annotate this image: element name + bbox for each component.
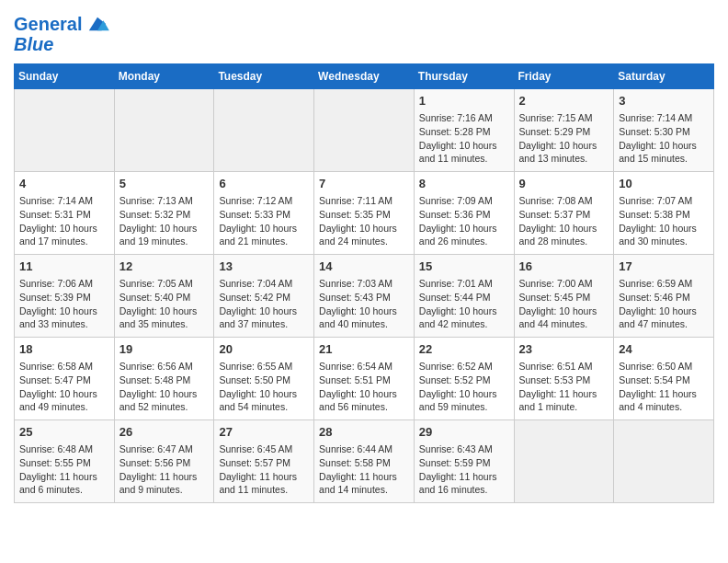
day-info: Sunrise: 7:16 AM	[419, 111, 509, 125]
day-info: Daylight: 10 hours	[19, 222, 109, 236]
day-info: Daylight: 10 hours	[219, 304, 309, 318]
day-info: and 26 minutes.	[419, 235, 509, 248]
day-info: Daylight: 10 hours	[119, 304, 210, 318]
weekday-header-sunday: Sunday	[15, 64, 115, 89]
day-info: Sunrise: 6:51 AM	[519, 360, 609, 373]
day-number: 17	[619, 259, 709, 275]
day-info: Daylight: 11 hours	[119, 470, 210, 484]
day-info: and 19 minutes.	[119, 235, 210, 248]
day-number: 23	[519, 341, 609, 358]
day-info: and 21 minutes.	[219, 235, 309, 248]
calendar-cell: 12Sunrise: 7:05 AMSunset: 5:40 PMDayligh…	[114, 255, 214, 338]
day-number: 26	[119, 424, 210, 441]
calendar-cell: 28Sunrise: 6:44 AMSunset: 5:58 PMDayligh…	[314, 420, 415, 503]
day-info: Sunrise: 6:43 AM	[419, 442, 509, 456]
calendar-cell: 19Sunrise: 6:56 AMSunset: 5:48 PMDayligh…	[114, 338, 214, 420]
day-info: Daylight: 10 hours	[319, 222, 409, 236]
day-info: Sunset: 5:31 PM	[19, 208, 109, 222]
logo: General Blue	[14, 14, 110, 54]
day-info: Sunset: 5:30 PM	[619, 125, 709, 139]
calendar-week-5: 25Sunrise: 6:48 AMSunset: 5:55 PMDayligh…	[15, 420, 714, 503]
day-info: Daylight: 10 hours	[219, 387, 309, 401]
day-number: 6	[219, 176, 309, 192]
calendar-cell: 7Sunrise: 7:11 AMSunset: 5:35 PMDaylight…	[314, 172, 415, 255]
day-number: 21	[319, 341, 409, 358]
day-info: and 6 minutes.	[19, 483, 109, 497]
calendar-cell: 23Sunrise: 6:51 AMSunset: 5:53 PMDayligh…	[514, 338, 614, 420]
logo-text: General	[14, 14, 82, 34]
day-info: Daylight: 10 hours	[619, 304, 709, 318]
calendar-cell: 11Sunrise: 7:06 AMSunset: 5:39 PMDayligh…	[15, 255, 115, 338]
calendar-cell: 8Sunrise: 7:09 AMSunset: 5:36 PMDaylight…	[414, 172, 514, 255]
day-number: 18	[19, 341, 109, 358]
calendar-cell: 24Sunrise: 6:50 AMSunset: 5:54 PMDayligh…	[614, 338, 714, 420]
day-info: Sunrise: 7:14 AM	[619, 111, 709, 125]
day-info: Sunrise: 6:45 AM	[219, 442, 309, 456]
day-info: Daylight: 10 hours	[319, 304, 409, 318]
day-info: Sunset: 5:47 PM	[19, 373, 109, 387]
day-info: Sunset: 5:57 PM	[219, 456, 309, 470]
calendar-cell: 22Sunrise: 6:52 AMSunset: 5:52 PMDayligh…	[414, 338, 514, 420]
calendar-week-1: 1Sunrise: 7:16 AMSunset: 5:28 PMDaylight…	[15, 89, 714, 172]
day-info: Daylight: 11 hours	[19, 470, 109, 484]
day-number: 14	[319, 259, 409, 275]
calendar-cell: 17Sunrise: 6:59 AMSunset: 5:46 PMDayligh…	[614, 255, 714, 338]
day-info: and 24 minutes.	[319, 235, 409, 248]
calendar-cell	[314, 89, 415, 172]
day-info: Sunrise: 7:04 AM	[219, 277, 309, 291]
day-info: Sunset: 5:43 PM	[319, 291, 409, 304]
day-info: and 9 minutes.	[119, 483, 210, 497]
calendar-header-row: SundayMondayTuesdayWednesdayThursdayFrid…	[15, 64, 714, 89]
day-number: 3	[619, 93, 709, 109]
day-info: and 11 minutes.	[219, 483, 309, 497]
day-info: Sunset: 5:28 PM	[419, 125, 509, 139]
day-info: and 54 minutes.	[219, 400, 309, 414]
day-info: Daylight: 10 hours	[519, 304, 609, 318]
day-info: Sunset: 5:32 PM	[119, 208, 210, 222]
logo-blue-text: Blue	[14, 34, 110, 54]
day-info: Sunrise: 7:09 AM	[419, 194, 509, 208]
day-number: 12	[119, 259, 210, 275]
day-info: Daylight: 10 hours	[19, 304, 109, 318]
day-number: 22	[419, 341, 509, 358]
day-info: Sunset: 5:53 PM	[519, 373, 609, 387]
day-info: Sunrise: 6:52 AM	[419, 360, 509, 373]
day-info: and 47 minutes.	[619, 317, 709, 331]
day-number: 9	[519, 176, 609, 192]
day-info: Sunset: 5:37 PM	[519, 208, 609, 222]
day-info: Sunset: 5:50 PM	[219, 373, 309, 387]
day-info: and 15 minutes.	[619, 152, 709, 166]
day-info: Daylight: 10 hours	[419, 304, 509, 318]
day-info: Sunset: 5:36 PM	[419, 208, 509, 222]
day-info: Daylight: 10 hours	[19, 387, 109, 401]
day-number: 20	[219, 341, 309, 358]
day-info: Daylight: 10 hours	[419, 222, 509, 236]
day-number: 24	[619, 341, 709, 358]
header: General Blue	[14, 9, 714, 54]
day-info: and 30 minutes.	[619, 235, 709, 248]
day-info: and 4 minutes.	[619, 400, 709, 414]
day-info: Daylight: 10 hours	[119, 222, 210, 236]
day-info: Daylight: 10 hours	[419, 139, 509, 153]
day-info: and 13 minutes.	[519, 152, 609, 166]
calendar-cell: 1Sunrise: 7:16 AMSunset: 5:28 PMDaylight…	[414, 89, 514, 172]
day-info: Sunset: 5:48 PM	[119, 373, 210, 387]
day-number: 13	[219, 259, 309, 275]
calendar-cell: 20Sunrise: 6:55 AMSunset: 5:50 PMDayligh…	[214, 338, 314, 420]
calendar-cell	[114, 89, 214, 172]
day-info: Sunset: 5:44 PM	[419, 291, 509, 304]
day-info: Daylight: 10 hours	[119, 387, 210, 401]
day-info: Sunrise: 7:14 AM	[19, 194, 109, 208]
day-info: and 49 minutes.	[19, 400, 109, 414]
day-info: Sunset: 5:35 PM	[319, 208, 409, 222]
day-info: Sunset: 5:39 PM	[19, 291, 109, 304]
day-info: and 37 minutes.	[219, 317, 309, 331]
day-info: Sunset: 5:29 PM	[519, 125, 609, 139]
day-number: 4	[19, 176, 109, 192]
weekday-header-wednesday: Wednesday	[314, 64, 415, 89]
day-info: Sunrise: 7:13 AM	[119, 194, 210, 208]
day-info: and 35 minutes.	[119, 317, 210, 331]
calendar-cell: 18Sunrise: 6:58 AMSunset: 5:47 PMDayligh…	[15, 338, 115, 420]
day-info: Sunrise: 7:05 AM	[119, 277, 210, 291]
calendar-cell: 21Sunrise: 6:54 AMSunset: 5:51 PMDayligh…	[314, 338, 415, 420]
